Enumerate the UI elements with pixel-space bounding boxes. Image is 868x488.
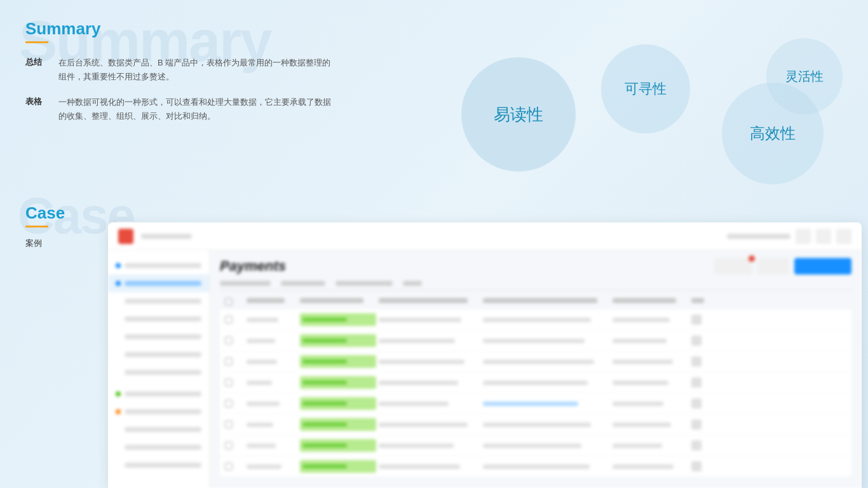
table-row[interactable] bbox=[220, 435, 851, 456]
cell-action[interactable] bbox=[691, 315, 702, 325]
summary-label-1: 总结 bbox=[25, 56, 51, 68]
case-label: 案例 bbox=[25, 238, 843, 249]
filter-tab-1[interactable] bbox=[220, 281, 271, 286]
cell-email bbox=[483, 360, 594, 364]
sidebar-bar-4 bbox=[125, 316, 201, 322]
sidebar-item-12[interactable] bbox=[108, 456, 209, 474]
row-checkbox[interactable] bbox=[225, 463, 233, 470]
payments-header: Payments bbox=[220, 258, 851, 274]
cell-name bbox=[379, 444, 454, 448]
case-title-block: Case bbox=[25, 197, 843, 227]
app-body: Payments bbox=[108, 250, 862, 488]
app-main: Payments bbox=[210, 250, 862, 488]
filter-tab-3[interactable] bbox=[336, 281, 393, 286]
table-row[interactable] bbox=[220, 414, 851, 435]
cell-action[interactable] bbox=[691, 398, 702, 409]
col-header-1 bbox=[247, 298, 285, 303]
filter-tab-2[interactable] bbox=[281, 281, 325, 286]
cell-status bbox=[300, 397, 376, 410]
sidebar-item-10[interactable] bbox=[108, 421, 209, 438]
action-filter[interactable] bbox=[757, 258, 789, 274]
screenshot-container: Payments bbox=[108, 222, 862, 488]
action-btn-primary[interactable] bbox=[794, 258, 851, 274]
table-header bbox=[220, 295, 851, 308]
filter-tab-4[interactable] bbox=[403, 281, 422, 286]
header-checkbox[interactable] bbox=[225, 298, 233, 306]
col-header-6 bbox=[691, 298, 704, 303]
sidebar-item-8[interactable] bbox=[108, 385, 209, 403]
sidebar-item-2[interactable] bbox=[108, 274, 209, 292]
cell-id bbox=[247, 402, 280, 406]
sidebar-item-9[interactable] bbox=[108, 403, 209, 421]
sidebar-bar-10 bbox=[125, 427, 201, 432]
cell-email bbox=[483, 318, 591, 322]
cell-name bbox=[379, 318, 461, 322]
cell-action[interactable] bbox=[691, 461, 702, 471]
summary-row-2: 表格 一种数据可视化的一种形式，可以查看和处理大量数据，它主要承载了数据的收集、… bbox=[25, 95, 843, 123]
sidebar-item-11[interactable] bbox=[108, 438, 209, 456]
case-underline bbox=[25, 226, 48, 227]
cell-amount bbox=[613, 444, 662, 448]
cell-status bbox=[300, 460, 376, 473]
sidebar-bar-12 bbox=[125, 463, 201, 468]
cell-id bbox=[247, 444, 276, 448]
table-row[interactable] bbox=[220, 372, 851, 393]
cell-status bbox=[300, 355, 376, 368]
sidebar-bar-1 bbox=[125, 263, 201, 268]
cell-amount bbox=[613, 339, 667, 343]
page-wrapper: Summary Summary 总结 在后台系统、数据类产品、B 端产品中，表格… bbox=[0, 0, 868, 488]
table-row[interactable] bbox=[220, 330, 851, 351]
cell-action[interactable] bbox=[691, 336, 702, 346]
cell-email bbox=[483, 423, 591, 427]
row-checkbox[interactable] bbox=[225, 358, 233, 365]
cell-id bbox=[247, 360, 277, 364]
sidebar-item-5[interactable] bbox=[108, 328, 209, 346]
sidebar-bar-3 bbox=[125, 299, 201, 304]
row-checkbox[interactable] bbox=[225, 316, 233, 323]
sidebar-dot-2 bbox=[116, 281, 121, 286]
cell-action[interactable] bbox=[691, 356, 702, 367]
action-badge[interactable] bbox=[714, 258, 752, 274]
table-row[interactable] bbox=[220, 351, 851, 372]
sidebar-dot-8 bbox=[116, 391, 121, 396]
cell-name bbox=[379, 464, 460, 469]
summary-heading: Summary bbox=[25, 19, 101, 39]
cell-name bbox=[379, 360, 465, 364]
row-checkbox[interactable] bbox=[225, 379, 233, 386]
row-checkbox[interactable] bbox=[225, 421, 233, 428]
summary-underline bbox=[25, 41, 48, 43]
sidebar-item-7[interactable] bbox=[108, 363, 209, 381]
cell-action[interactable] bbox=[691, 419, 702, 430]
summary-text-1: 在后台系统、数据类产品、B 端产品中，表格作为最常用的一种数据整理的组件，其重要… bbox=[58, 56, 338, 84]
cell-email bbox=[483, 402, 578, 406]
table-row[interactable] bbox=[220, 456, 851, 477]
badge-dot bbox=[749, 255, 755, 262]
cell-action[interactable] bbox=[691, 377, 702, 388]
col-header-5 bbox=[613, 298, 676, 303]
cell-email bbox=[483, 464, 590, 469]
cell-id bbox=[247, 381, 272, 385]
col-header-4 bbox=[483, 298, 597, 303]
cell-status bbox=[300, 313, 376, 326]
screenshot-inner: Payments bbox=[108, 222, 862, 488]
sidebar-bar-9 bbox=[125, 409, 201, 414]
cell-id bbox=[247, 423, 273, 427]
row-checkbox[interactable] bbox=[225, 442, 233, 449]
cell-amount bbox=[613, 360, 673, 364]
cell-name bbox=[379, 381, 458, 385]
sidebar-bar-2 bbox=[125, 281, 201, 286]
summary-label-2: 表格 bbox=[25, 95, 51, 107]
cell-action[interactable] bbox=[691, 440, 702, 451]
sidebar-item-3[interactable] bbox=[108, 292, 209, 310]
summary-text-2: 一种数据可视化的一种形式，可以查看和处理大量数据，它主要承载了数据的收集、整理、… bbox=[58, 95, 338, 123]
cell-amount bbox=[613, 423, 671, 427]
summary-content: 总结 在后台系统、数据类产品、B 端产品中，表格作为最常用的一种数据整理的组件，… bbox=[25, 56, 843, 123]
sidebar-item-4[interactable] bbox=[108, 310, 209, 328]
sidebar-item-6[interactable] bbox=[108, 346, 209, 363]
table-row[interactable] bbox=[220, 309, 851, 330]
row-checkbox[interactable] bbox=[225, 337, 233, 344]
sidebar-item-1[interactable] bbox=[108, 257, 209, 274]
table-row[interactable] bbox=[220, 393, 851, 414]
sidebar-dot-1 bbox=[116, 263, 121, 268]
row-checkbox[interactable] bbox=[225, 400, 233, 407]
